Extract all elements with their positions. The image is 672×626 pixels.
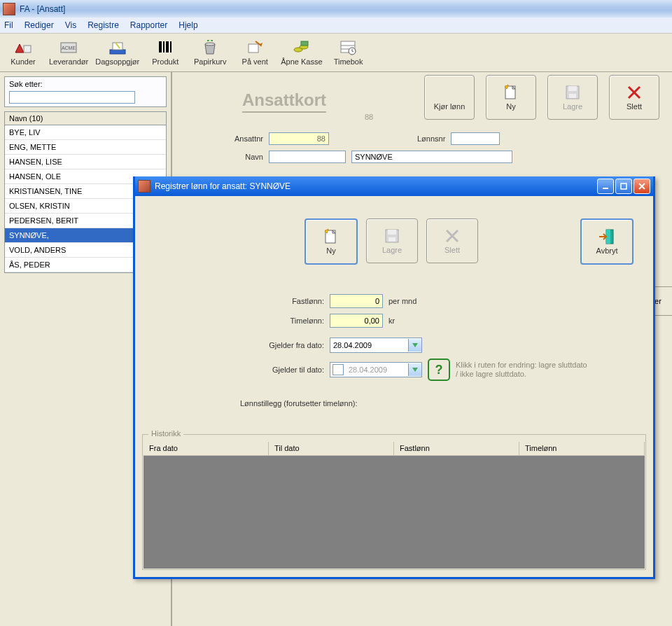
dialog-lagre-button[interactable]: Lagre <box>366 218 418 263</box>
historikk-label: Historikk <box>148 429 183 438</box>
toolbar-timebok[interactable]: Timebok <box>330 39 368 66</box>
papirkurv-icon <box>200 39 220 56</box>
save-icon <box>382 228 402 244</box>
svg-rect-13 <box>301 41 308 46</box>
dialog-minimize-button[interactable] <box>597 179 614 194</box>
dialog-app-icon <box>138 180 150 193</box>
search-box: Søk etter: <box>4 76 167 107</box>
delete-x-icon <box>624 84 644 101</box>
til-dato-combo[interactable] <box>330 362 422 377</box>
toolbar: Kunder ACME Leverandør Dagsoppgjør Produ… <box>0 34 672 72</box>
toolbar-kunder[interactable]: Kunder <box>4 39 42 66</box>
svg-rect-26 <box>388 230 396 235</box>
help-icon[interactable]: ? <box>428 359 450 381</box>
timelonn-label: Timelønn: <box>240 317 324 325</box>
navn-label: Navn <box>221 153 263 161</box>
app-title: FA - [Ansatt] <box>20 4 65 14</box>
dialog-avbryt-button[interactable]: Avbryt <box>580 218 634 265</box>
svg-rect-27 <box>388 237 396 242</box>
svg-point-9 <box>205 43 215 46</box>
til-dato-input[interactable] <box>346 363 408 376</box>
menu-registre[interactable]: Registre <box>88 20 119 30</box>
dagsoppgjor-icon <box>108 39 127 56</box>
svg-rect-20 <box>568 86 577 91</box>
menu-fil[interactable]: Fil <box>4 20 13 30</box>
col-timelonn[interactable]: Timelønn <box>519 442 645 456</box>
run-icon <box>440 84 459 101</box>
exit-door-icon <box>597 228 617 245</box>
list-item[interactable]: BYE, LIV <box>5 125 166 140</box>
svg-rect-23 <box>621 183 626 189</box>
dialog-ny-button[interactable]: Ny <box>304 218 358 265</box>
toolbar-dagsoppgjor[interactable]: Dagsoppgjør <box>95 39 139 66</box>
toolbar-kasse[interactable]: Åpne Kasse <box>281 39 322 66</box>
register-lonn-dialog: Registrer lønn for ansatt: SYNNØVE Ny La… <box>133 176 655 579</box>
dialog-titlebar: Registrer lønn for ansatt: SYNNØVE <box>135 176 653 196</box>
kunder-icon <box>13 39 33 56</box>
historikk-group: Historikk Fra dato Til dato Fastlønn Tim… <box>142 434 646 570</box>
ansattnr-input[interactable] <box>269 132 329 145</box>
toolbar-papirkurv[interactable]: Papirkurv <box>191 39 229 66</box>
lonnsnr-input[interactable] <box>451 132 500 145</box>
col-fra-dato[interactable]: Fra dato <box>144 442 269 456</box>
slett-button[interactable]: Slett <box>609 75 659 120</box>
toolbar-produkt[interactable]: Produkt <box>146 39 184 66</box>
new-doc-icon <box>321 228 341 245</box>
kasse-icon <box>292 39 312 56</box>
svg-rect-7 <box>166 41 169 53</box>
menu-rapporter[interactable]: Rapporter <box>130 20 167 30</box>
fastlonn-input[interactable] <box>330 294 383 308</box>
svg-rect-3 <box>110 50 125 54</box>
lonnstillegg-label: Lønnstillegg (forutsetter timelønn): <box>240 399 358 408</box>
toolbar-leverandor[interactable]: ACME Leverandør <box>49 39 88 66</box>
timelonn-input[interactable] <box>330 314 383 328</box>
search-input[interactable] <box>9 91 135 104</box>
til-dato-checkbox[interactable] <box>332 364 344 375</box>
app-icon <box>3 3 15 15</box>
fra-dato-label: Gjelder fra dato: <box>240 341 324 349</box>
timelonn-unit: kr <box>388 317 395 325</box>
col-fastlonn[interactable]: Fastlønn <box>394 442 519 456</box>
fastlonn-unit: per mnd <box>388 297 416 305</box>
lagre-button[interactable]: Lagre <box>547 75 598 120</box>
dialog-slett-button[interactable]: Slett <box>426 218 478 263</box>
list-item[interactable]: HANSEN, LISE <box>5 155 166 169</box>
menu-vis[interactable]: Vis <box>65 20 76 30</box>
list-header: Navn (10) <box>4 111 167 125</box>
chevron-down-icon[interactable] <box>408 339 421 352</box>
dialog-close-button[interactable] <box>634 179 650 194</box>
kjor-lonn-button[interactable]: Kjør lønn <box>424 75 475 120</box>
navn-first-input[interactable] <box>269 151 346 163</box>
save-icon <box>563 84 582 101</box>
card-title: Ansattkort <box>242 90 326 113</box>
ansattnr-label: Ansattnr <box>221 134 263 143</box>
fra-dato-combo[interactable] <box>330 338 422 353</box>
ny-button[interactable]: Ny <box>486 75 536 120</box>
svg-rect-5 <box>159 41 162 53</box>
svg-rect-10 <box>248 44 258 53</box>
historikk-grid[interactable]: Fra dato Til dato Fastlønn Timelønn <box>144 442 645 569</box>
menu-hjelp[interactable]: Hjelp <box>178 20 197 30</box>
new-doc-icon <box>501 84 521 101</box>
fra-dato-input[interactable] <box>330 339 408 352</box>
fastlonn-label: Fastlønn: <box>240 297 324 305</box>
produkt-icon <box>155 39 175 56</box>
delete-x-icon <box>442 228 462 244</box>
list-item[interactable]: ENG, METTE <box>5 140 166 155</box>
svg-rect-0 <box>24 46 31 53</box>
toolbar-paavent[interactable]: På vent <box>236 39 274 66</box>
menu-rediger[interactable]: Rediger <box>24 20 54 30</box>
navn-last-input[interactable] <box>351 151 512 163</box>
svg-rect-21 <box>569 94 576 98</box>
dialog-maximize-button[interactable] <box>615 179 632 194</box>
til-dato-label: Gjelder til dato: <box>240 366 324 374</box>
card-sub: 88 <box>365 113 373 121</box>
app-titlebar: FA - [Ansatt] <box>0 0 672 18</box>
leverandor-icon: ACME <box>59 39 78 56</box>
chevron-down-icon[interactable] <box>408 363 421 376</box>
lonnsnr-label: Lønnsnr <box>417 134 445 143</box>
menubar: Fil Rediger Vis Registre Rapporter Hjelp <box>0 18 672 34</box>
search-label: Søk etter: <box>9 80 162 88</box>
paavent-icon <box>245 39 265 56</box>
col-til-dato[interactable]: Til dato <box>269 442 394 456</box>
